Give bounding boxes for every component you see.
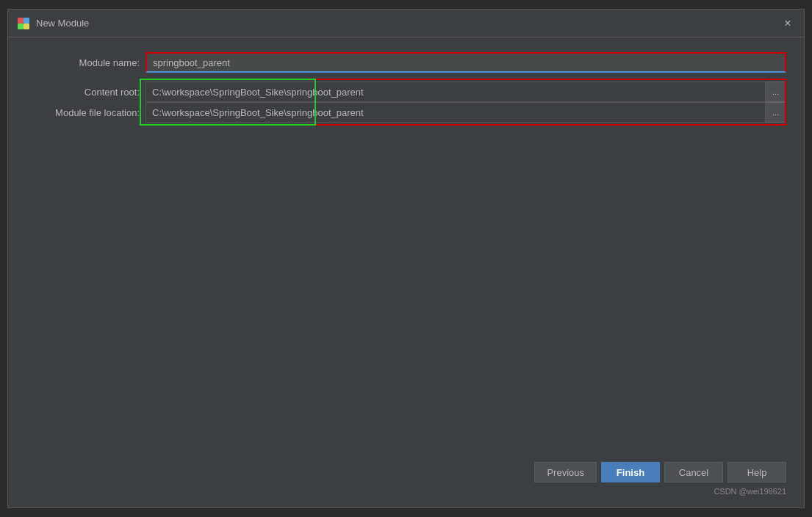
content-root-input-wrapper: ... (145, 82, 786, 102)
module-file-label: Module file location: (26, 107, 140, 118)
content-root-label: Content root: (26, 87, 140, 98)
content-root-browse-button[interactable]: ... (766, 82, 786, 102)
module-file-row: Module file location: ... (26, 102, 786, 123)
previous-button[interactable]: Previous (534, 462, 597, 482)
module-file-input-wrapper: ... (145, 102, 786, 123)
module-icon (17, 17, 30, 30)
module-file-field-group: ... (145, 102, 786, 123)
svg-rect-3 (24, 24, 29, 29)
finish-button[interactable]: Finish (601, 462, 660, 482)
content-root-row: Content root: ... (26, 82, 786, 102)
dialog: New Module × Module name: Content root: (7, 9, 805, 508)
footer: Previous Finish Cancel Help CSDN @wei198… (8, 453, 804, 507)
watermark: CSDN @wei198621 (714, 487, 786, 496)
close-button[interactable]: × (780, 16, 795, 31)
module-name-label: Module name: (26, 57, 140, 68)
highlight-container: Content root: ... Module file location: … (26, 82, 786, 123)
cancel-button[interactable]: Cancel (664, 462, 723, 482)
content-root-input[interactable] (145, 82, 766, 102)
svg-rect-2 (18, 24, 24, 29)
module-name-input-wrapper (145, 52, 786, 73)
dialog-title: New Module (36, 18, 780, 29)
module-file-input[interactable] (145, 102, 766, 123)
module-file-browse-button[interactable]: ... (766, 102, 786, 123)
svg-rect-1 (24, 18, 29, 24)
content-area: Module name: Content root: ... (8, 37, 804, 453)
title-bar: New Module × (8, 10, 804, 37)
module-name-row: Module name: (26, 52, 786, 73)
help-button[interactable]: Help (727, 462, 786, 482)
button-row: Previous Finish Cancel Help (534, 462, 786, 482)
svg-rect-0 (18, 18, 24, 24)
module-name-input[interactable] (145, 52, 786, 73)
content-root-field-group: ... (145, 82, 786, 102)
